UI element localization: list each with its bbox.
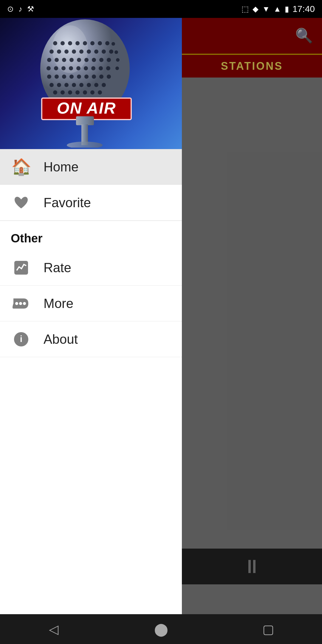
svg-point-43 xyxy=(62,75,66,79)
favorite-label: Favorite xyxy=(44,195,91,210)
status-time: 17:40 xyxy=(292,4,315,14)
svg-point-8 xyxy=(98,41,102,45)
svg-rect-68 xyxy=(76,116,94,125)
svg-point-59 xyxy=(61,90,65,95)
mic-illustration: ON AIR xyxy=(0,18,182,149)
back-button[interactable]: ◁ xyxy=(42,617,66,641)
svg-point-41 xyxy=(47,75,51,79)
main-layout: ON AIR 🏠 Home xyxy=(0,18,322,614)
section-other-header: Other xyxy=(0,221,182,250)
svg-point-2 xyxy=(53,41,57,45)
svg-point-4 xyxy=(68,41,72,45)
svg-point-64 xyxy=(98,90,102,95)
svg-point-56 xyxy=(94,83,98,87)
svg-point-74 xyxy=(23,302,26,305)
svg-point-61 xyxy=(75,90,80,95)
svg-point-44 xyxy=(69,75,74,79)
network-icon: ▲ xyxy=(273,5,281,13)
signal-icon: ◆ xyxy=(253,5,258,13)
svg-point-16 xyxy=(87,49,91,54)
menu-item-favorite[interactable]: Favorite xyxy=(0,185,182,221)
svg-point-30 xyxy=(116,58,120,62)
home-button[interactable]: ⬤ xyxy=(149,617,173,641)
rate-label: Rate xyxy=(44,260,71,275)
battery-icon: ▮ xyxy=(285,5,289,13)
svg-text:i: i xyxy=(20,334,22,344)
svg-point-11 xyxy=(49,49,54,54)
svg-point-50 xyxy=(49,83,54,87)
svg-point-31 xyxy=(47,66,51,70)
svg-point-72 xyxy=(15,302,18,305)
svg-text:ON AIR: ON AIR xyxy=(57,99,116,117)
svg-point-28 xyxy=(99,58,103,62)
svg-point-24 xyxy=(69,58,74,62)
svg-point-63 xyxy=(90,90,95,95)
status-bar: ⊙ ♪ ⚒ ⬚ ◆ ▼ ▲ ▮ 17:40 xyxy=(0,0,322,18)
svg-point-70 xyxy=(67,142,103,148)
menu-section: 🏠 Home Favorite Other xyxy=(0,149,182,614)
hero-banner: ON AIR xyxy=(0,18,182,149)
svg-point-35 xyxy=(76,66,80,70)
info-icon: i xyxy=(11,329,32,350)
svg-point-36 xyxy=(84,66,88,70)
about-label: About xyxy=(44,332,78,347)
svg-point-40 xyxy=(115,66,119,70)
svg-point-12 xyxy=(57,49,61,54)
svg-point-17 xyxy=(94,49,98,54)
svg-point-13 xyxy=(64,49,69,54)
svg-point-38 xyxy=(99,66,103,70)
svg-point-53 xyxy=(72,83,76,87)
svg-point-22 xyxy=(55,58,59,62)
svg-point-51 xyxy=(57,83,61,87)
svg-point-26 xyxy=(84,58,89,62)
svg-point-47 xyxy=(92,75,96,79)
svg-point-5 xyxy=(75,41,80,45)
svg-point-1 xyxy=(52,25,88,73)
microphone-svg: ON AIR xyxy=(16,19,165,148)
svg-point-48 xyxy=(99,75,103,79)
svg-point-60 xyxy=(68,90,72,95)
svg-point-52 xyxy=(64,83,69,87)
camera-icon: ⊙ xyxy=(7,5,14,13)
rate-icon xyxy=(11,257,32,278)
svg-point-23 xyxy=(62,58,66,62)
music-icon: ♪ xyxy=(18,5,22,13)
wifi-icon: ▼ xyxy=(262,5,270,13)
svg-point-3 xyxy=(61,41,65,45)
menu-item-more[interactable]: More xyxy=(0,286,182,321)
svg-point-39 xyxy=(106,66,110,70)
svg-point-9 xyxy=(105,41,109,45)
heart-icon xyxy=(11,192,32,213)
svg-point-49 xyxy=(107,75,111,79)
bottom-navigation: ◁ ⬤ ▢ xyxy=(0,614,322,644)
home-label: Home xyxy=(44,160,78,174)
svg-point-15 xyxy=(79,49,83,54)
svg-point-55 xyxy=(87,83,91,87)
svg-point-57 xyxy=(102,83,106,87)
svg-point-19 xyxy=(109,49,113,54)
svg-point-58 xyxy=(53,90,57,95)
drawer-overlay[interactable] xyxy=(182,18,322,614)
tool-icon: ⚒ xyxy=(27,5,34,13)
svg-point-32 xyxy=(54,66,58,70)
svg-point-6 xyxy=(83,41,87,45)
svg-point-21 xyxy=(47,58,51,62)
svg-point-18 xyxy=(102,49,106,54)
menu-item-about[interactable]: i About xyxy=(0,321,182,357)
svg-point-42 xyxy=(55,75,59,79)
svg-point-14 xyxy=(72,49,76,54)
svg-point-34 xyxy=(69,66,73,70)
svg-point-46 xyxy=(84,75,89,79)
recents-button[interactable]: ▢ xyxy=(256,617,280,641)
cast-icon: ⬚ xyxy=(242,5,249,13)
svg-point-33 xyxy=(61,66,66,70)
svg-point-54 xyxy=(79,83,83,87)
menu-item-home[interactable]: 🏠 Home xyxy=(0,149,182,185)
status-icons-right: ⬚ ◆ ▼ ▲ ▮ 17:40 xyxy=(242,4,315,14)
svg-point-45 xyxy=(77,75,81,79)
more-icon xyxy=(11,293,32,314)
svg-point-27 xyxy=(92,58,96,62)
more-label: More xyxy=(44,296,73,311)
navigation-drawer: ON AIR 🏠 Home xyxy=(0,18,182,614)
menu-item-rate[interactable]: Rate xyxy=(0,250,182,286)
